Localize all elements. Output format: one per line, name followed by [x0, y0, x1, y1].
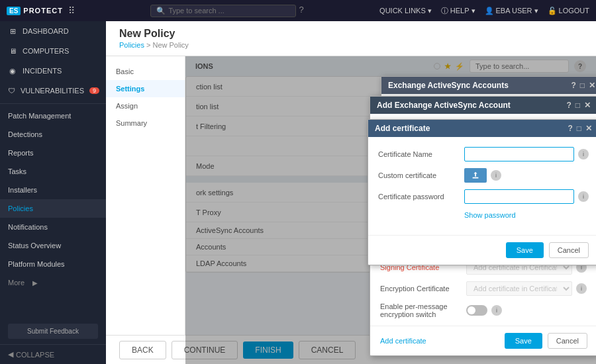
per-message-toggle[interactable] — [466, 305, 487, 316]
dialog-add-eas-footer: Add certificate Save Cancel — [370, 326, 596, 355]
dialog-add-cert: Add certificate ? □ ✕ Certificate Name i — [368, 119, 596, 265]
sidebar-item-more[interactable]: More ▶ — [0, 273, 106, 292]
main-header: New Policy Policies > New Policy — [106, 21, 596, 56]
sidebar-item-label: Tasks — [8, 167, 26, 175]
custom-cert-button[interactable] — [464, 168, 487, 183]
user-menu[interactable]: 👤 EBA USER ▾ — [485, 7, 538, 15]
dialog-add-cert-cancel-button[interactable]: Cancel — [549, 242, 589, 258]
dialog-add-eas-help-icon[interactable]: ? — [566, 101, 571, 110]
dialog-add-cert-title: Add certificate — [375, 124, 430, 133]
sidebar-item-installers[interactable]: Installers — [0, 181, 106, 199]
sidebar-item-patch-management[interactable]: Patch Management — [0, 107, 106, 125]
sidebar-item-label: More — [8, 279, 25, 287]
help-menu[interactable]: ⓘ HELP ▾ — [441, 6, 475, 16]
breadcrumb: Policies > New Policy — [119, 41, 583, 49]
sidebar-bottom: Submit Feedback — [0, 318, 106, 344]
dialog-eas-accounts-minimize-icon[interactable]: □ — [580, 81, 585, 90]
sidebar-item-status-overview[interactable]: Status Overview — [0, 236, 106, 255]
collapse-button[interactable]: ◀ COLLAPSE — [0, 344, 106, 364]
dialog-add-eas-cancel-button[interactable]: Cancel — [548, 333, 587, 349]
per-message-row: Enable per-message encryption switch i — [380, 302, 587, 318]
dialog-add-eas-save-button[interactable]: Save — [505, 333, 542, 349]
cert-name-input[interactable] — [464, 147, 574, 161]
sidebar-item-label: VULNERABILITIES — [21, 87, 84, 95]
dialog-add-cert-icons: ? □ ✕ — [568, 124, 592, 133]
custom-cert-info[interactable]: i — [491, 170, 501, 181]
sidebar-item-dashboard[interactable]: ⊞ DASHBOARD — [0, 21, 106, 41]
dialog-eas-accounts-close-icon[interactable]: ✕ — [589, 81, 595, 90]
cert-name-row: Certificate Name i — [378, 147, 589, 161]
sidebar-item-detections[interactable]: Detections — [0, 125, 106, 144]
sidebar-item-label: COMPUTERS — [23, 47, 69, 55]
show-password-cert-label[interactable]: Show password — [464, 211, 516, 219]
dialog-add-eas-titlebar: Add Exchange ActiveSync Account ? □ ✕ — [370, 97, 596, 114]
sidebar-item-label: DASHBOARD — [23, 27, 69, 35]
topbar-left: ES PROTECT ⠿ — [7, 5, 75, 16]
add-certificate-link[interactable]: Add certificate — [380, 337, 426, 345]
sidebar-item-label: Detections — [8, 130, 42, 138]
cert-password-input[interactable] — [464, 189, 574, 204]
encryption-cert-label: Encryption Certificate — [380, 285, 466, 293]
search-input[interactable] — [168, 7, 274, 15]
dialog-eas-accounts-title: Exchange ActiveSync Accounts — [388, 81, 509, 90]
logo-box: ES — [7, 7, 21, 15]
sidebar-item-policies[interactable]: Policies — [0, 199, 106, 218]
back-button[interactable]: BACK — [119, 341, 166, 359]
policy-nav-summary[interactable]: Summary — [106, 114, 185, 132]
cert-name-info[interactable]: i — [578, 149, 589, 159]
sidebar-item-notifications[interactable]: Notifications — [0, 218, 106, 236]
cert-name-label: Certificate Name — [378, 150, 464, 158]
dialog-add-cert-titlebar: Add certificate ? □ ✕ — [368, 120, 596, 137]
dialog-add-cert-save-button[interactable]: Save — [506, 242, 544, 258]
computers-icon: 🖥 — [8, 46, 17, 56]
custom-cert-row: Custom certificate i — [378, 168, 589, 183]
sidebar-item-label: Installers — [8, 186, 37, 194]
dialog-eas-accounts-help-icon[interactable]: ? — [571, 81, 575, 90]
sidebar-item-platform-modules[interactable]: Platform Modules — [0, 255, 106, 273]
submit-feedback-button[interactable]: Submit Feedback — [8, 324, 98, 339]
dialog-add-eas-minimize-icon[interactable]: □ — [575, 101, 580, 110]
sidebar-item-label: Notifications — [8, 223, 48, 231]
per-message-info[interactable]: i — [491, 305, 502, 316]
encryption-cert-info[interactable]: i — [576, 283, 587, 294]
logout-button[interactable]: 🔓 LOGOUT — [548, 7, 589, 15]
sidebar-item-reports[interactable]: Reports — [0, 144, 106, 162]
incidents-icon: ◉ — [8, 66, 17, 75]
dialog-add-eas-icons: ? □ ✕ — [566, 101, 591, 110]
vulnerabilities-badge: 9 — [89, 87, 99, 94]
sidebar-item-tasks[interactable]: Tasks — [0, 162, 106, 181]
sidebar-item-label: INCIDENTS — [23, 67, 62, 75]
sidebar: ⊞ DASHBOARD 🖥 COMPUTERS ◉ INCIDENTS 🛡 VU… — [0, 21, 106, 364]
breadcrumb-new-policy: New Policy — [152, 41, 188, 49]
cert-password-info[interactable]: i — [578, 191, 589, 202]
grid-icon[interactable]: ⠿ — [68, 5, 75, 16]
policy-nav-settings[interactable]: Settings — [106, 80, 185, 97]
dialog-add-eas-close-icon[interactable]: ✕ — [584, 101, 591, 110]
policy-nav-assign[interactable]: Assign — [106, 97, 185, 114]
dialog-add-cert-close-icon[interactable]: ✕ — [585, 124, 592, 133]
dialog-add-eas-title: Add Exchange ActiveSync Account — [377, 101, 511, 110]
search-help-icon[interactable]: ? — [299, 5, 303, 17]
policy-layout: Basic Settings Assign Summary IONS ★ ⚡ — [106, 56, 596, 364]
sidebar-item-computers[interactable]: 🖥 COMPUTERS — [0, 41, 106, 61]
policy-sidebar: Basic Settings Assign Summary — [106, 56, 185, 364]
topbar-right: QUICK LINKS ▾ ⓘ HELP ▾ 👤 EBA USER ▾ 🔓 LO… — [379, 6, 589, 16]
policy-nav-basic[interactable]: Basic — [106, 63, 185, 80]
sidebar-item-label: Policies — [8, 205, 33, 212]
upload-icon — [471, 171, 480, 180]
search-bar: 🔍 — [150, 5, 296, 17]
show-password-row: Show password — [378, 210, 589, 220]
custom-cert-label: Custom certificate — [378, 171, 464, 179]
sidebar-item-label: Reports — [8, 149, 34, 157]
main-content: New Policy Policies > New Policy Basic S… — [106, 21, 596, 364]
logo-text: PROTECT — [23, 7, 63, 15]
encryption-cert-row: Encryption Certificate Add certificate i… — [380, 281, 587, 296]
breadcrumb-policies[interactable]: Policies — [119, 41, 144, 49]
dialog-add-cert-minimize-icon[interactable]: □ — [577, 124, 581, 133]
quick-links[interactable]: QUICK LINKS ▾ — [379, 7, 432, 15]
logo: ES PROTECT — [7, 7, 63, 15]
sidebar-item-vulnerabilities[interactable]: 🛡 VULNERABILITIES 9 — [0, 81, 106, 101]
dialog-add-cert-help-icon[interactable]: ? — [568, 124, 572, 133]
sidebar-item-incidents[interactable]: ◉ INCIDENTS — [0, 61, 106, 81]
encryption-cert-select[interactable]: Add certificate in Certificate list — [466, 281, 572, 296]
